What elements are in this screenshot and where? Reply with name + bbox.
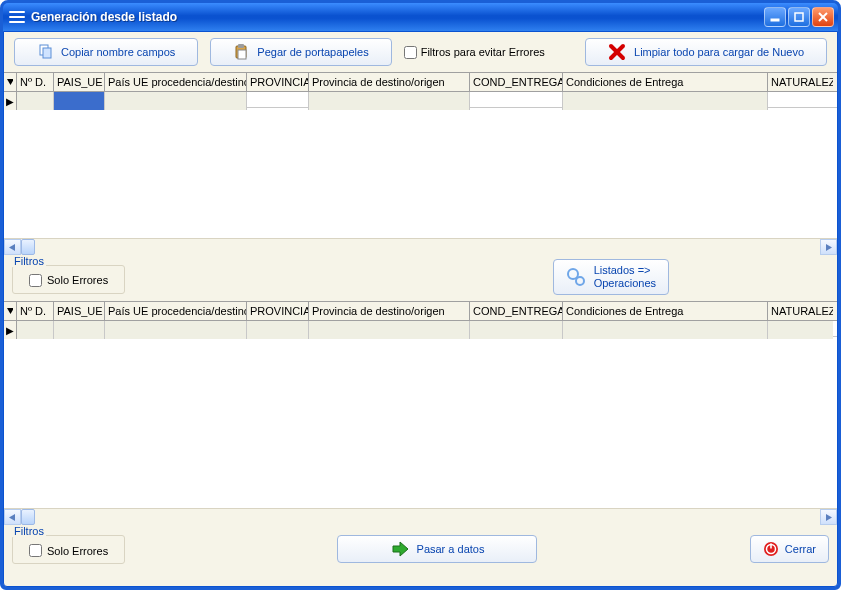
- solo-errores-label-bottom: Solo Errores: [47, 545, 108, 557]
- titlebar: Generación desde listado: [3, 3, 838, 31]
- scroll-left-button[interactable]: [4, 509, 21, 525]
- col-provincia[interactable]: PROVINCIA: [247, 73, 309, 91]
- svg-marker-13: [826, 244, 832, 251]
- col-cond-entrega[interactable]: COND_ENTREGA: [470, 302, 563, 320]
- scroll-right-button[interactable]: [820, 509, 837, 525]
- filters-label-bottom: Filtros: [12, 525, 46, 537]
- pasar-label: Pasar a datos: [417, 543, 485, 555]
- col-pais-ue[interactable]: PAIS_UE: [54, 302, 105, 320]
- svg-marker-16: [7, 308, 13, 314]
- filter-errors-checkbox-wrap[interactable]: Filtros para evitar Errores: [404, 46, 545, 59]
- close-button[interactable]: [812, 7, 834, 27]
- svg-rect-22: [770, 543, 772, 548]
- row-select-header[interactable]: [4, 302, 17, 320]
- client-area: Copiar nombre campos Pegar de portapapel…: [3, 31, 838, 587]
- window-title: Generación desde listado: [31, 10, 764, 24]
- cerrar-button[interactable]: Cerrar: [750, 535, 829, 563]
- paste-icon: [233, 44, 249, 60]
- top-filters-strip: Filtros Solo Errores Listados => Operaci…: [4, 255, 837, 301]
- paste-clipboard-label: Pegar de portapapeles: [257, 46, 368, 58]
- row-indicator: ▶: [4, 92, 17, 110]
- row-indicator: ▶: [4, 321, 17, 339]
- maximize-button[interactable]: [788, 7, 810, 27]
- top-grid-header: Nº D. PAIS_UE País UE procedencia/destin…: [4, 72, 837, 92]
- scroll-track[interactable]: [21, 509, 820, 525]
- copy-icon: [37, 44, 53, 60]
- filter-errors-label: Filtros para evitar Errores: [421, 46, 545, 58]
- col-num[interactable]: Nº D.: [17, 73, 54, 91]
- row-select-header[interactable]: [4, 73, 17, 91]
- pasar-a-datos-button[interactable]: Pasar a datos: [337, 535, 537, 563]
- bottom-grid-hscroll[interactable]: [4, 508, 837, 525]
- col-pais-desc[interactable]: País UE procedencia/destino: [105, 73, 247, 91]
- col-pais-ue[interactable]: PAIS_UE: [54, 73, 105, 91]
- copy-fields-label: Copiar nombre campos: [61, 46, 175, 58]
- scroll-thumb[interactable]: [21, 509, 35, 525]
- gears-icon: [566, 267, 586, 287]
- table-row[interactable]: ▶: [4, 321, 837, 337]
- arrow-right-icon: [391, 540, 409, 558]
- bottom-grid: Nº D. PAIS_UE País UE procedencia/destin…: [4, 301, 837, 525]
- svg-marker-19: [393, 542, 408, 556]
- top-grid-body[interactable]: ▶: [4, 92, 837, 238]
- bottom-bar: Filtros Solo Errores Pasar a datos Cerra…: [4, 525, 837, 570]
- list-icon: [9, 9, 25, 25]
- solo-errores-label: Solo Errores: [47, 274, 108, 286]
- svg-marker-18: [826, 514, 832, 521]
- filters-label: Filtros: [12, 255, 46, 267]
- col-cond-desc[interactable]: Condiciones de Entrega: [563, 73, 768, 91]
- col-cond-entrega[interactable]: COND_ENTREGA: [470, 73, 563, 91]
- bottom-grid-body[interactable]: ▶: [4, 321, 837, 508]
- scroll-left-button[interactable]: [4, 239, 21, 255]
- svg-rect-1: [795, 13, 803, 21]
- clear-all-button[interactable]: Limpiar todo para cargar de Nuevo: [585, 38, 827, 66]
- listados-operaciones-button[interactable]: Listados => Operaciones: [553, 259, 669, 295]
- window: Generación desde listado Copiar nombre c…: [0, 0, 841, 590]
- svg-marker-17: [9, 514, 15, 521]
- svg-marker-12: [9, 244, 15, 251]
- solo-errores-wrap-bottom[interactable]: Solo Errores: [12, 535, 125, 564]
- cerrar-label: Cerrar: [785, 543, 816, 555]
- col-cond-desc[interactable]: Condiciones de Entrega: [563, 302, 768, 320]
- col-provincia-desc[interactable]: Provincia de destino/origen: [309, 302, 470, 320]
- listops-line1: Listados =>: [594, 264, 656, 277]
- top-grid: Nº D. PAIS_UE País UE procedencia/destin…: [4, 72, 837, 255]
- scroll-thumb[interactable]: [21, 239, 35, 255]
- svg-rect-7: [238, 44, 244, 48]
- top-grid-hscroll[interactable]: [4, 238, 837, 255]
- solo-errores-checkbox-bottom[interactable]: [29, 544, 42, 557]
- clear-all-label: Limpiar todo para cargar de Nuevo: [634, 46, 804, 58]
- col-naturaleza[interactable]: NATURALEZ: [768, 302, 833, 320]
- col-num[interactable]: Nº D.: [17, 302, 54, 320]
- toolbar: Copiar nombre campos Pegar de portapapel…: [4, 32, 837, 72]
- svg-rect-0: [771, 19, 779, 21]
- minimize-button[interactable]: [764, 7, 786, 27]
- col-pais-desc[interactable]: País UE procedencia/destino: [105, 302, 247, 320]
- col-naturaleza[interactable]: NATURALEZ: [768, 73, 833, 91]
- svg-point-15: [576, 277, 584, 285]
- copy-fields-button[interactable]: Copiar nombre campos: [14, 38, 198, 66]
- bottom-grid-header: Nº D. PAIS_UE País UE procedencia/destin…: [4, 301, 837, 321]
- solo-errores-wrap[interactable]: Solo Errores: [12, 265, 125, 294]
- solo-errores-checkbox-top[interactable]: [29, 274, 42, 287]
- scroll-right-button[interactable]: [820, 239, 837, 255]
- svg-marker-11: [7, 79, 13, 85]
- scroll-track[interactable]: [21, 239, 820, 255]
- table-row[interactable]: ▶: [4, 92, 837, 108]
- svg-rect-5: [43, 48, 51, 58]
- paste-clipboard-button[interactable]: Pegar de portapapeles: [210, 38, 391, 66]
- clear-icon: [608, 43, 626, 61]
- col-provincia[interactable]: PROVINCIA: [247, 302, 309, 320]
- power-icon: [763, 541, 779, 557]
- col-provincia-desc[interactable]: Provincia de destino/origen: [309, 73, 470, 91]
- filter-errors-checkbox[interactable]: [404, 46, 417, 59]
- window-buttons: [764, 7, 834, 27]
- svg-rect-8: [238, 50, 246, 59]
- listops-line2: Operaciones: [594, 277, 656, 290]
